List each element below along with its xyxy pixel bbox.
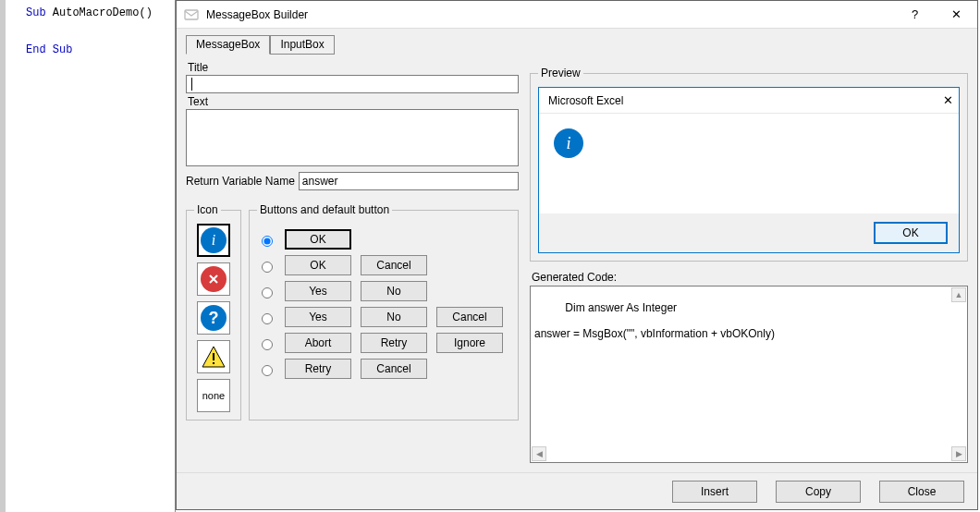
text-label: Text xyxy=(188,95,519,108)
left-column: Title Text Return Variable Name Icon xyxy=(186,59,519,463)
radio-yes-no[interactable] xyxy=(262,287,273,299)
icon-option-none[interactable]: none xyxy=(197,379,230,412)
help-button[interactable]: ? xyxy=(894,1,936,29)
preview-legend: Preview xyxy=(538,67,583,79)
icon-fieldset: Icon i ? xyxy=(186,203,241,421)
icon-options: i ? xyxy=(194,224,233,412)
sample-button-no2[interactable]: No xyxy=(361,307,427,327)
preview-footer: OK xyxy=(539,213,959,252)
icon-option-question[interactable]: ? xyxy=(197,301,230,335)
sample-button-cancel2[interactable]: Cancel xyxy=(436,307,503,327)
messagebox-builder-dialog: MessageBox Builder ? ✕ MessageBox InputB… xyxy=(176,0,978,510)
return-variable-label: Return Variable Name xyxy=(186,175,295,188)
sample-button-yes[interactable]: Yes xyxy=(285,281,351,301)
icon-option-information[interactable]: i xyxy=(197,224,230,257)
button-option-yes-no-cancel: Yes No Cancel xyxy=(257,307,510,327)
code-line-1: Sub AutoMacroDemo() xyxy=(26,4,173,22)
sample-button-cancel[interactable]: Cancel xyxy=(361,255,427,275)
preview-information-icon: i xyxy=(554,128,583,158)
title-label: Title xyxy=(188,61,519,74)
return-variable-row: Return Variable Name xyxy=(186,172,519,190)
preview-messagebox: Microsoft Excel ✕ i OK xyxy=(538,87,960,253)
generated-code-label: Generated Code: xyxy=(532,271,968,284)
main-area: Title Text Return Variable Name Icon xyxy=(186,59,968,463)
close-button[interactable]: ✕ xyxy=(936,1,977,29)
keyword-sub: Sub xyxy=(26,6,46,19)
generated-code-box[interactable]: Dim answer As Integer answer = MsgBox(""… xyxy=(530,286,968,463)
right-column: Preview Microsoft Excel ✕ i OK xyxy=(530,59,968,463)
button-option-yes-no: Yes No xyxy=(257,281,510,301)
sample-button-abort[interactable]: Abort xyxy=(285,333,351,353)
information-icon: i xyxy=(201,227,227,253)
button-option-retry-cancel: Retry Cancel xyxy=(257,359,510,379)
insert-button[interactable]: Insert xyxy=(672,481,757,503)
radio-yes-no-cancel[interactable] xyxy=(262,313,273,324)
buttons-legend: Buttons and default button xyxy=(257,203,392,216)
buttons-fieldset: Buttons and default button OK OK Cancel xyxy=(249,203,519,421)
dialog-title-icon xyxy=(184,7,199,22)
code-editor-pane: Sub AutoMacroDemo() End Sub xyxy=(0,0,176,512)
critical-icon xyxy=(201,266,227,292)
icon-option-critical[interactable] xyxy=(197,262,230,296)
icon-and-buttons-row: Icon i ? xyxy=(186,196,519,421)
svg-rect-2 xyxy=(213,362,214,364)
scroll-up-icon[interactable]: ▲ xyxy=(951,287,966,302)
preview-ok-button[interactable]: OK xyxy=(874,222,948,244)
radio-ok-only[interactable] xyxy=(262,236,273,247)
sample-button-no[interactable]: No xyxy=(361,281,427,301)
scroll-right-icon[interactable]: ▶ xyxy=(951,446,966,461)
code-line-3: End Sub xyxy=(26,41,173,59)
sample-button-retry2[interactable]: Retry xyxy=(285,359,351,379)
radio-ok-cancel[interactable] xyxy=(262,262,273,273)
question-icon: ? xyxy=(201,305,227,331)
sample-button-retry[interactable]: Retry xyxy=(361,333,427,353)
close-dialog-button[interactable]: Close xyxy=(879,481,964,503)
dialog-title: MessageBox Builder xyxy=(206,8,894,21)
radio-abort-retry-ignore[interactable] xyxy=(262,339,273,350)
preview-title: Microsoft Excel xyxy=(548,94,943,107)
dialog-bottom-bar: Insert Copy Close xyxy=(177,472,977,509)
return-variable-input[interactable] xyxy=(299,172,519,190)
text-input[interactable] xyxy=(186,109,519,166)
svg-rect-1 xyxy=(213,353,214,360)
tab-inputbox[interactable]: InputBox xyxy=(270,35,334,55)
sample-button-ignore[interactable]: Ignore xyxy=(436,333,503,353)
exclamation-icon xyxy=(201,345,227,369)
button-option-ok-only: OK xyxy=(257,229,510,250)
sample-button-ok2[interactable]: OK xyxy=(285,255,351,275)
scroll-left-icon[interactable]: ◀ xyxy=(532,446,546,461)
preview-body: i xyxy=(539,114,959,213)
keyword-end-sub: End Sub xyxy=(26,43,72,56)
preview-close-icon[interactable]: ✕ xyxy=(943,93,953,107)
title-input[interactable] xyxy=(186,75,519,93)
none-icon-label: none xyxy=(202,390,225,401)
preview-titlebar: Microsoft Excel ✕ xyxy=(539,88,959,114)
icon-option-exclamation[interactable] xyxy=(197,340,230,373)
sample-button-yes2[interactable]: Yes xyxy=(285,307,351,327)
button-option-abort-retry-ignore: Abort Retry Ignore xyxy=(257,333,510,353)
tab-messagebox[interactable]: MessageBox xyxy=(186,35,270,55)
button-option-ok-cancel: OK Cancel xyxy=(257,255,510,275)
dialog-titlebar[interactable]: MessageBox Builder ? ✕ xyxy=(177,1,977,29)
dialog-body: MessageBox InputBox Title Text Return Va… xyxy=(177,29,977,472)
copy-button[interactable]: Copy xyxy=(776,481,861,503)
sample-button-ok[interactable]: OK xyxy=(285,229,351,250)
svg-rect-0 xyxy=(185,10,198,19)
radio-retry-cancel[interactable] xyxy=(262,365,273,376)
preview-fieldset: Preview Microsoft Excel ✕ i OK xyxy=(530,67,968,262)
icon-legend: Icon xyxy=(194,203,221,216)
code-identifier: AutoMacroDemo() xyxy=(46,6,153,19)
sample-button-cancel3[interactable]: Cancel xyxy=(361,359,427,379)
generated-code-text: Dim answer As Integer answer = MsgBox(""… xyxy=(534,301,775,340)
code-line-blank xyxy=(26,22,173,41)
tab-strip: MessageBox InputBox xyxy=(186,34,968,54)
